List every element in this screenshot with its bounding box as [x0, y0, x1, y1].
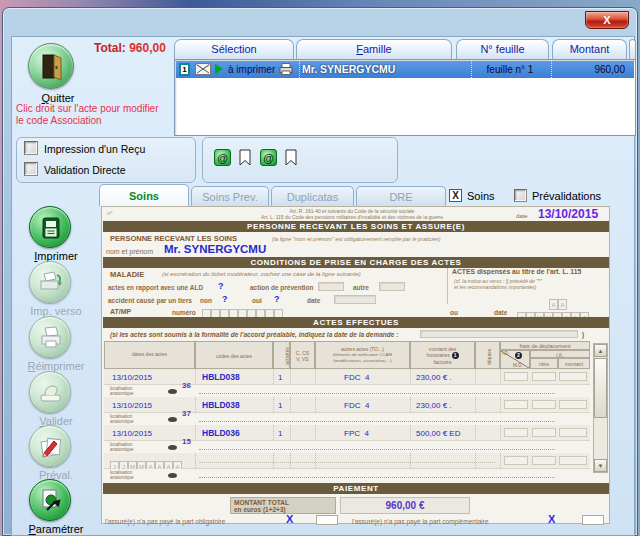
- th-id-md: I.D. 2 M.D.: [500, 350, 530, 369]
- tab-soins[interactable]: Soins: [99, 184, 189, 206]
- total: Total: 960,00: [94, 41, 166, 55]
- th-autres3: (modificateurs, association,...): [316, 358, 409, 364]
- door-icon: [40, 53, 64, 85]
- hint-text: Clic droit sur l'acte pour modifier le c…: [16, 103, 186, 127]
- sheet-row[interactable]: 1 à imprimer: [176, 61, 634, 78]
- reprint-button[interactable]: [29, 316, 71, 358]
- accident-label: accident causé par un tiers: [108, 297, 192, 304]
- row-sheet-number: feuille n° 1: [471, 64, 549, 75]
- tab-soins-prev[interactable]: Soins Prev.: [191, 186, 269, 206]
- act-row-localisation[interactable]: localisationanatomique 15: [104, 441, 590, 453]
- year-box[interactable]: A: [558, 299, 567, 310]
- date-value: 13/10/2015: [538, 207, 598, 221]
- unpaid-mandatory-box[interactable]: [316, 515, 338, 525]
- autre-label: autre: [353, 284, 369, 291]
- act-row-empty[interactable]: JJMMAAAA: [104, 453, 590, 469]
- printer-verso-icon: [38, 271, 64, 299]
- act-amount: 230,00 € .: [416, 373, 452, 382]
- accord-date-field[interactable]: [420, 330, 578, 338]
- accord-close: ): [582, 331, 584, 338]
- scroll-up-icon[interactable]: ▲: [594, 344, 607, 357]
- act-row-localisation[interactable]: localisationanatomique 36: [104, 385, 590, 397]
- year-box[interactable]: A: [549, 299, 558, 310]
- direct-validation-checkbox[interactable]: [24, 162, 38, 176]
- wrench-doc-icon: [39, 488, 63, 518]
- column-header-feuille[interactable]: N° feuille: [456, 39, 549, 59]
- oui-question[interactable]: ?: [274, 294, 280, 304]
- close-button[interactable]: X: [585, 11, 629, 29]
- localisation-field[interactable]: [199, 444, 555, 450]
- person-title: PERSONNE RECEVANT LES SOINS: [110, 234, 237, 243]
- stamp-icon: [39, 383, 63, 407]
- accident-date-field[interactable]: [334, 295, 376, 304]
- th-ccs2: V, VS: [291, 356, 314, 362]
- print-back-button[interactable]: [29, 261, 71, 303]
- section-person: PERSONNE RECEVANT LES SOINS ET ASSURE(E): [103, 221, 609, 232]
- empty-field: [199, 457, 495, 463]
- legal-text: Art. R. 161-40 et suivants du Code de la…: [212, 208, 492, 220]
- column-header-montant[interactable]: Montant: [552, 39, 627, 59]
- prevention-field[interactable]: [318, 282, 344, 291]
- unpaid-complementary-box[interactable]: [582, 515, 604, 525]
- receipt-checkbox[interactable]: [24, 141, 38, 155]
- act-row[interactable]: 13/10/2015 HBLD036 1 FPC 4 500,00 € ED: [104, 425, 590, 441]
- th-depass: dépass.: [475, 341, 500, 369]
- configure-button[interactable]: [29, 479, 71, 521]
- email-at-icon[interactable]: @: [214, 149, 231, 166]
- print-button[interactable]: [29, 206, 71, 248]
- scroll-thumb[interactable]: [594, 358, 607, 418]
- form-ref: n°: [107, 210, 113, 216]
- l115-year-boxes[interactable]: AA: [549, 293, 567, 311]
- localisation-field[interactable]: [199, 388, 555, 394]
- l115-note: (cf. la notice au verso : § précédé de "…: [454, 278, 542, 290]
- act-row[interactable]: 13/10/2015 HBLD038 1 FDC 4 230,00 € .: [104, 369, 590, 385]
- unpaid-mandatory-mark[interactable]: X: [286, 513, 293, 525]
- act-other: FPC 4: [344, 429, 369, 438]
- prevalidations-label: Prévalidations: [532, 190, 601, 202]
- unpaid-mandatory-label: l'assuré(e) n'a pas payé la part obligat…: [105, 518, 225, 525]
- email-at-icon[interactable]: @: [260, 149, 277, 166]
- localisation-icon: [168, 445, 177, 450]
- th-dates: dates des actes: [104, 341, 195, 369]
- receipt-label: Impression d'un Reçu: [44, 143, 145, 155]
- column-divider: [447, 268, 448, 304]
- tab-duplicatas[interactable]: Duplicatas: [271, 186, 354, 206]
- tab-dre[interactable]: DRE: [356, 186, 446, 206]
- l115-note2: et les recommandations importantes): [454, 284, 542, 290]
- soins-checkbox[interactable]: X: [449, 189, 462, 202]
- act-code: HBLD038: [202, 400, 240, 410]
- bookmark-icon[interactable]: [238, 149, 252, 170]
- acts-scrollbar[interactable]: ▲ ▼: [593, 343, 608, 473]
- app-window: X Quitter Total: 960,00 Sélection Fa: [2, 7, 638, 536]
- act-row-localisation[interactable]: localisationanatomique 37: [104, 413, 590, 425]
- row-separator: [551, 61, 552, 78]
- act-row-localisation[interactable]: localisationanatomique: [104, 469, 590, 481]
- act-activity: 1: [278, 373, 282, 382]
- localisation-field[interactable]: [199, 472, 555, 478]
- act-row[interactable]: 13/10/2015 HBLD038 1 FDC 4 230,00 € .: [104, 397, 590, 413]
- localisation-field[interactable]: [199, 416, 555, 422]
- row-amount: 960,00: [553, 64, 625, 75]
- patient-name[interactable]: Mr. SYNERGYCMU: [164, 243, 266, 255]
- unpaid-complementary-mark[interactable]: X: [548, 513, 555, 525]
- act-date: 13/10/2015: [112, 401, 152, 410]
- row-number-badge: 1: [179, 63, 190, 76]
- sheet-list[interactable]: 1 à imprimer: [174, 59, 636, 136]
- localisation-label: localisationanatomique: [110, 386, 134, 396]
- prevalidations-checkbox[interactable]: [514, 189, 527, 202]
- bookmark-icon[interactable]: [284, 149, 298, 170]
- preval-button[interactable]: [29, 425, 71, 467]
- column-header-selection[interactable]: Sélection: [174, 39, 294, 59]
- ald-question[interactable]: ?: [218, 281, 224, 291]
- envelope-icon: [195, 63, 211, 77]
- scroll-down-icon[interactable]: ▼: [594, 459, 607, 472]
- numero-label: numéro: [172, 309, 196, 316]
- validate-button[interactable]: [29, 371, 71, 413]
- care-sheet-form: n° Art. R. 161-40 et suivants du Code de…: [101, 206, 610, 524]
- localisation-label: localisationanatomique: [110, 442, 134, 452]
- act-activity: 1: [278, 429, 282, 438]
- column-header-famille[interactable]: Famille: [296, 39, 452, 59]
- quit-button[interactable]: [28, 43, 74, 89]
- autre-field[interactable]: [379, 282, 405, 291]
- non-question[interactable]: ?: [222, 294, 228, 304]
